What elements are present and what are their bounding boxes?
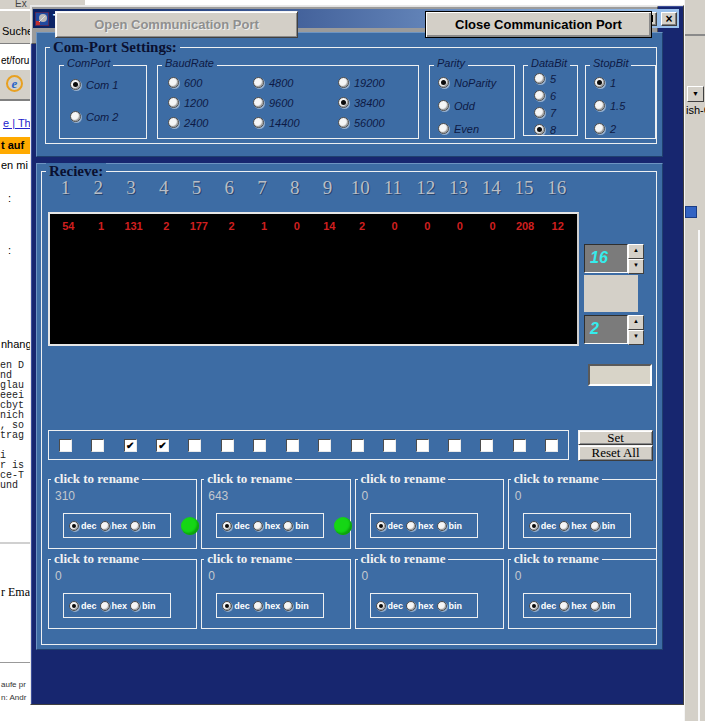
rename-panel-title[interactable]: click to rename — [204, 551, 295, 567]
channel-checkbox[interactable] — [416, 439, 429, 452]
mode-label: dec — [81, 521, 97, 531]
mode-hex-radio[interactable]: hex — [100, 521, 128, 531]
mode-dec-radio[interactable]: dec — [69, 601, 97, 611]
mode-dec-radio[interactable]: dec — [69, 521, 97, 531]
channel-checkbox[interactable]: ✔ — [156, 439, 169, 452]
mode-radio-box: dechexbin — [523, 513, 631, 538]
channel-checkbox[interactable] — [318, 439, 331, 452]
radio-option-600[interactable]: 600 — [168, 76, 253, 89]
scrollbar-thumb[interactable] — [685, 206, 697, 218]
channel-checkbox[interactable] — [545, 439, 558, 452]
mode-hex-radio[interactable]: hex — [253, 601, 281, 611]
rename-panel-title[interactable]: click to rename — [511, 471, 602, 487]
radio-icon — [338, 97, 349, 108]
radio-option-noparity[interactable]: NoParity — [438, 76, 514, 89]
close-button[interactable]: × — [661, 12, 677, 26]
channel-checkbox[interactable] — [188, 439, 201, 452]
rename-panel-title[interactable]: click to rename — [358, 551, 449, 567]
mode-dec-radio[interactable]: dec — [222, 601, 250, 611]
channel-checkbox[interactable] — [480, 439, 493, 452]
mode-hex-radio[interactable]: hex — [559, 521, 587, 531]
set-button[interactable]: Set — [578, 430, 653, 445]
radio-option-2[interactable]: 2 — [594, 122, 655, 135]
channel-value-display: 0 — [55, 569, 62, 583]
channel-number: 15 — [508, 177, 541, 203]
rename-panel-title[interactable]: click to rename — [511, 551, 602, 567]
radio-option-14400[interactable]: 14400 — [253, 116, 338, 129]
rename-panel-title[interactable]: click to rename — [51, 551, 142, 567]
spin-up-icon[interactable]: ▲ — [628, 244, 644, 259]
radio-option-com-2[interactable]: Com 2 — [70, 110, 146, 123]
radio-option-19200[interactable]: 19200 — [338, 76, 423, 89]
radio-option-even[interactable]: Even — [438, 122, 514, 135]
radio-option-odd[interactable]: Odd — [438, 99, 514, 112]
close-communication-port-button[interactable]: Close Communication Port — [425, 11, 652, 38]
channel-checkbox[interactable] — [286, 439, 299, 452]
radio-option-4800[interactable]: 4800 — [253, 76, 338, 89]
radio-label: NoParity — [454, 77, 496, 89]
channel-checkbox[interactable] — [59, 439, 72, 452]
mode-label: dec — [234, 521, 250, 531]
mode-bin-radio[interactable]: bin — [130, 521, 156, 531]
mode-bin-radio[interactable]: bin — [590, 521, 616, 531]
upper-channel-spinner-value[interactable]: 16 — [584, 244, 628, 273]
channel-checkbox[interactable] — [448, 439, 461, 452]
radio-icon — [253, 521, 263, 531]
background-link[interactable]: e | Th — [3, 117, 30, 129]
radio-option-38400[interactable]: 38400 — [338, 96, 423, 109]
comport-group: ComPort Com 1Com 2 — [59, 65, 147, 139]
internet-explorer-icon: e — [6, 75, 23, 92]
radio-option-1-5[interactable]: 1.5 — [594, 99, 655, 112]
mode-hex-radio[interactable]: hex — [406, 601, 434, 611]
mode-dec-radio[interactable]: dec — [529, 521, 557, 531]
channel-checkbox[interactable] — [221, 439, 234, 452]
radio-option-7[interactable]: 7 — [534, 106, 577, 119]
radio-option-8[interactable]: 8 — [534, 123, 577, 136]
baudrate-group-label: BaudRate — [162, 57, 217, 69]
mode-hex-radio[interactable]: hex — [406, 521, 434, 531]
radio-option-1200[interactable]: 1200 — [168, 96, 253, 109]
mode-hex-radio[interactable]: hex — [100, 601, 128, 611]
mode-hex-radio[interactable]: hex — [253, 521, 281, 531]
mode-bin-radio[interactable]: bin — [283, 601, 309, 611]
spin-up-icon[interactable]: ▲ — [628, 315, 644, 330]
radio-option-2400[interactable]: 2400 — [168, 116, 253, 129]
mode-bin-radio[interactable]: bin — [437, 521, 463, 531]
channel-checkbox[interactable] — [351, 439, 364, 452]
divider — [685, 34, 705, 36]
radio-option-56000[interactable]: 56000 — [338, 116, 423, 129]
mode-bin-radio[interactable]: bin — [283, 521, 309, 531]
mode-dec-radio[interactable]: dec — [529, 601, 557, 611]
mode-hex-radio[interactable]: hex — [559, 601, 587, 611]
radio-option-6[interactable]: 6 — [534, 89, 577, 102]
status-indicator — [181, 517, 199, 535]
channel-checkbox[interactable] — [513, 439, 526, 452]
combo-dropdown-button[interactable]: ▼ — [687, 86, 704, 102]
spin-down-icon[interactable]: ▼ — [628, 259, 644, 274]
mode-dec-radio[interactable]: dec — [376, 521, 404, 531]
mode-bin-radio[interactable]: bin — [437, 601, 463, 611]
channel-checkbox[interactable] — [91, 439, 104, 452]
mode-dec-radio[interactable]: dec — [376, 601, 404, 611]
reset-all-button[interactable]: Reset All — [578, 445, 653, 461]
mode-bin-radio[interactable]: bin — [590, 601, 616, 611]
mode-dec-radio[interactable]: dec — [222, 521, 250, 531]
rename-panel-title[interactable]: click to rename — [358, 471, 449, 487]
open-communication-port-button[interactable]: Open Communication Port — [55, 11, 298, 38]
mode-bin-radio[interactable]: bin — [130, 601, 156, 611]
radio-icon — [406, 521, 416, 531]
radio-option-com-1[interactable]: Com 1 — [70, 78, 146, 91]
channel-number: 6 — [213, 177, 246, 203]
spin-down-icon[interactable]: ▼ — [628, 330, 644, 345]
channel-checkbox[interactable]: ✔ — [124, 439, 137, 452]
text-field[interactable] — [588, 364, 652, 386]
channel-checkbox[interactable] — [383, 439, 396, 452]
radio-option-5[interactable]: 5 — [534, 72, 577, 85]
rename-panel-title[interactable]: click to rename — [204, 471, 295, 487]
channel-checkbox-row: ✔✔ — [48, 430, 569, 460]
rename-panel-title[interactable]: click to rename — [51, 471, 142, 487]
radio-option-9600[interactable]: 9600 — [253, 96, 338, 109]
channel-checkbox[interactable] — [253, 439, 266, 452]
lower-channel-spinner-value[interactable]: 2 — [584, 315, 628, 344]
radio-option-1[interactable]: 1 — [594, 76, 655, 89]
